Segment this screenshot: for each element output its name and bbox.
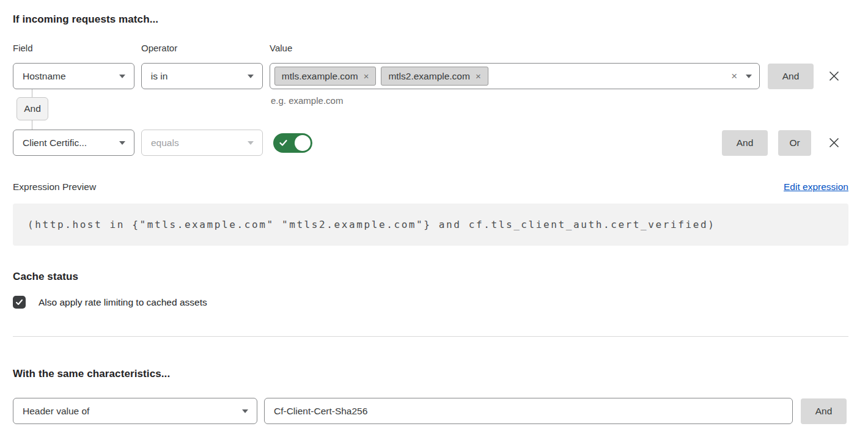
connector-line <box>32 89 32 97</box>
value-column-label: Value <box>270 43 292 53</box>
chevron-down-icon <box>119 75 125 78</box>
connector-line <box>32 120 32 130</box>
cached-assets-checkbox-label: Also apply rate limiting to cached asset… <box>39 297 207 308</box>
chevron-down-icon <box>248 75 254 78</box>
add-characteristic-button[interactable]: And <box>801 398 847 424</box>
add-or-condition-button[interactable]: Or <box>778 130 811 156</box>
expression-code: (http.host in {"mtls.example.com" "mtls2… <box>13 204 848 246</box>
remove-condition-icon[interactable] <box>828 136 840 149</box>
value-tag: mtls.example.com × <box>274 67 377 86</box>
toggle-knob <box>295 135 311 151</box>
edit-expression-link[interactable]: Edit expression <box>784 182 848 193</box>
connector-and-button[interactable]: And <box>17 97 48 120</box>
field-select[interactable]: Client Certific... <box>13 130 134 156</box>
operator-column-label: Operator <box>141 43 177 53</box>
characteristics-section-heading: With the same characteristics... <box>13 368 170 380</box>
field-select-value: Client Certific... <box>23 138 114 148</box>
characteristic-select[interactable]: Header value of <box>13 398 257 424</box>
field-select-value: Hostname <box>23 71 114 82</box>
match-section-heading: If incoming requests match... <box>13 13 158 26</box>
chevron-down-icon[interactable] <box>746 75 752 78</box>
check-icon <box>279 138 288 147</box>
field-column-label: Field <box>13 43 33 53</box>
condition-row-1: Hostname is in mtls.example.com × mtls2.… <box>13 63 840 89</box>
operator-select-value: is in <box>151 71 243 82</box>
operator-select-disabled: equals <box>141 130 263 156</box>
field-select[interactable]: Hostname <box>13 63 134 89</box>
check-icon <box>15 298 23 306</box>
cert-verified-toggle[interactable] <box>273 133 312 153</box>
chevron-down-icon <box>242 409 248 413</box>
section-divider <box>13 336 848 337</box>
chevron-down-icon <box>119 141 125 145</box>
value-hint: e.g. example.com <box>271 95 343 106</box>
characteristic-select-value: Header value of <box>23 406 237 417</box>
operator-select[interactable]: is in <box>141 63 263 89</box>
condition-row-2: Client Certific... equals And Or <box>13 130 840 156</box>
cache-checkbox-row: Also apply rate limiting to cached asset… <box>13 296 207 309</box>
chevron-down-icon <box>248 141 254 145</box>
cache-section-heading: Cache status <box>13 271 78 283</box>
clear-values-icon[interactable]: × <box>731 71 737 81</box>
value-tag-text: mtls.example.com <box>282 71 358 82</box>
add-and-condition-button[interactable]: And <box>722 130 768 156</box>
operator-select-value: equals <box>151 138 243 148</box>
characteristics-row: Header value of And <box>13 398 847 424</box>
cached-assets-checkbox[interactable] <box>13 296 26 309</box>
tag-remove-icon[interactable]: × <box>364 72 369 81</box>
header-name-input[interactable] <box>264 398 793 424</box>
expression-header: Expression Preview Edit expression <box>13 182 848 193</box>
expression-preview-label: Expression Preview <box>13 182 96 193</box>
value-tag-text: mtls2.example.com <box>388 71 470 82</box>
value-multiselect[interactable]: mtls.example.com × mtls2.example.com × × <box>270 63 760 89</box>
remove-condition-icon[interactable] <box>828 70 840 82</box>
add-and-condition-button[interactable]: And <box>768 64 814 89</box>
value-tag: mtls2.example.com × <box>381 67 488 86</box>
tag-remove-icon[interactable]: × <box>476 72 481 81</box>
